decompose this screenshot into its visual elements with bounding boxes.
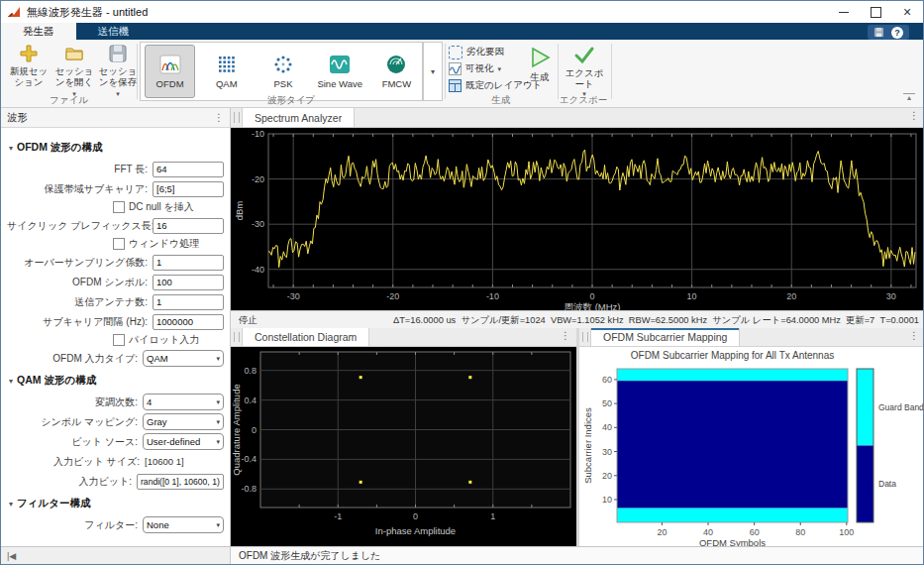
minimize-button[interactable] <box>828 1 860 23</box>
ofdm-input-type-select[interactable]: QAM▾ <box>143 350 224 367</box>
chevron-down-icon: ▾ <box>498 66 502 72</box>
new-session-button[interactable]: 新規セッション <box>7 44 51 87</box>
bit-source-select[interactable]: User-defined▾ <box>143 433 224 450</box>
input-bit-size-label: 入力ビット サイズ: <box>7 455 145 469</box>
windowing-checkbox[interactable] <box>113 238 125 250</box>
tx-antennas-input[interactable] <box>153 294 224 310</box>
svg-text:-10: -10 <box>486 291 499 301</box>
waveform-type-label: PSK <box>274 78 293 89</box>
modulation-order-select[interactable]: 4▾ <box>143 394 224 410</box>
svg-text:80: 80 <box>795 527 805 537</box>
filter-label: フィルター: <box>7 518 143 532</box>
form-row-subcarrier-spacing: サブキャリア間隔 (Hz): <box>7 313 224 330</box>
pilot-input-checkbox[interactable] <box>113 334 125 346</box>
panel-menu-icon[interactable]: ⋮ <box>909 108 924 127</box>
quick-save-icon[interactable] <box>873 27 884 38</box>
section-header[interactable]: ▾フィルター構成 <box>9 497 224 510</box>
svg-text:Guard Band: Guard Band <box>878 402 924 412</box>
spectrum-plot-area: -30-20-100102030-10-20-30-40dBm周波数 (MHz) <box>231 128 924 310</box>
generate-button[interactable]: 生成 <box>523 46 557 82</box>
subcarrier-spacing-input[interactable] <box>153 314 224 330</box>
panel-drag-handle[interactable] <box>582 332 588 342</box>
fft-length-input[interactable] <box>153 162 224 177</box>
constellation-plot-area: -1010.80.40-0.4-0.8Quadrature AmplitudeI… <box>231 347 576 547</box>
svg-text:-1: -1 <box>334 511 342 521</box>
form-row-pilot-input: パイロット入力 <box>7 333 224 347</box>
form-row-filter: フィルター:None▾ <box>7 516 224 533</box>
form-row-insert-dc-null: DC null を挿入 <box>7 200 224 214</box>
section-header[interactable]: ▾QAM 波形の構成 <box>9 374 224 388</box>
insert-dc-null-checkbox[interactable] <box>113 201 125 213</box>
tab-ofdm-subcarrier-mapping[interactable]: OFDM Subcarrier Mapping <box>590 328 740 346</box>
tab-generator[interactable]: 発生器 <box>1 23 76 40</box>
svg-text:In-phase Amplitude: In-phase Amplitude <box>375 525 456 536</box>
checkmark-icon <box>573 46 595 65</box>
section-divider <box>445 44 446 99</box>
maximize-button[interactable] <box>860 1 891 23</box>
spectrum-status-bar: 停止 ΔT=16.0000 us サンプル/更新=1024 VBW=1.1052… <box>231 310 924 329</box>
filter-select[interactable]: None▾ <box>143 516 224 533</box>
collapse-ribbon-button[interactable]: ▴ <box>903 93 915 102</box>
panel-menu-icon[interactable]: ⋮ <box>909 328 924 346</box>
mapping-plot-area: OFDM Subcarrier Mapping for All Tx Anten… <box>579 347 924 547</box>
app-window: 無線波形発生器 - untitled × 発生器 送信機 ? 新規セッション <box>0 0 924 565</box>
waveform-form: ▾OFDM 波形の構成FFT 長:保護帯域サブキャリア:DC null を挿入サ… <box>1 128 230 533</box>
plus-icon <box>19 44 39 63</box>
help-icon[interactable]: ? <box>891 27 903 39</box>
oversampling-factor-input[interactable] <box>153 255 224 271</box>
titlebar: 無線波形発生器 - untitled × <box>1 1 923 23</box>
ofdm-symbols-input[interactable] <box>153 275 224 290</box>
svg-text:Subcarrier Indices: Subcarrier Indices <box>582 407 593 484</box>
chevron-down-icon: ▾ <box>216 398 220 406</box>
waveform-type-gallery: OFDMQAMPSKSine WaveFMCW <box>140 42 423 101</box>
input-bits-input[interactable] <box>137 474 224 490</box>
form-row-symbol-mapping: シンボル マッピング:Gray▾ <box>7 413 224 430</box>
waveform-type-label: FMCW <box>382 78 412 89</box>
form-row-windowing: ウィンドウ処理 <box>7 237 224 251</box>
qam-icon <box>216 54 238 75</box>
sine-wave-icon <box>329 54 351 75</box>
cyclic-prefix-length-input[interactable] <box>153 218 224 234</box>
collapse-triangle-icon: ▾ <box>9 144 13 153</box>
svg-text:OFDM Subcarrier Mapping for Al: OFDM Subcarrier Mapping for All Tx Anten… <box>631 350 834 361</box>
open-session-button[interactable]: セッションを開く ▾ <box>52 44 96 98</box>
waveform-type-qam[interactable]: QAM <box>201 45 252 98</box>
tab-transmitter[interactable]: 送信機 <box>76 23 152 40</box>
constellation-panel: Constellation Diagram ⋮ -1010.80.40-0.4-… <box>231 328 576 546</box>
panel-drag-handle[interactable] <box>234 112 240 123</box>
svg-text:-30: -30 <box>287 291 300 301</box>
tab-spectrum-analyzer[interactable]: Spectrum Analyzer <box>242 108 355 127</box>
panel-drag-handle[interactable] <box>234 332 240 342</box>
gallery-expand-button[interactable]: ▾ <box>423 42 443 101</box>
svg-text:0: 0 <box>413 511 418 521</box>
quick-access-toolbar: ? <box>868 25 909 40</box>
waveform-type-ofdm[interactable]: OFDM <box>145 45 195 98</box>
symbol-mapping-label: シンボル マッピング: <box>7 415 143 429</box>
impairments-button[interactable]: 劣化要因 <box>449 45 504 59</box>
spectrum-measurements: ΔT=16.0000 us サンプル/更新=1024 VBW=1.1052 kH… <box>393 314 924 327</box>
form-row-tx-antennas: 送信アンテナ数: <box>7 293 224 310</box>
chevron-down-icon: ▾ <box>216 438 220 446</box>
export-button[interactable]: エクスポート ▾ <box>562 46 607 97</box>
matlab-logo-icon <box>7 5 21 19</box>
section-header[interactable]: ▾OFDM 波形の構成 <box>9 141 224 155</box>
svg-text:-10: -10 <box>252 129 264 139</box>
close-button[interactable]: × <box>891 1 923 23</box>
collapse-left-panel-button[interactable]: |◀ <box>1 547 231 564</box>
waveform-type-sine-wave[interactable]: Sine Wave <box>315 45 365 98</box>
windowing-label: ウィンドウ処理 <box>129 237 224 251</box>
tab-constellation-diagram[interactable]: Constellation Diagram <box>242 328 369 346</box>
guard-band-subcarriers-input[interactable] <box>153 181 224 197</box>
waveform-type-fmcw[interactable]: FMCW <box>371 45 422 98</box>
svg-text:50: 50 <box>602 398 612 408</box>
panel-menu-icon[interactable]: ⋮ <box>561 328 576 346</box>
symbol-mapping-select[interactable]: Gray▾ <box>143 413 224 430</box>
visualization-button[interactable]: 可視化 ▾ <box>449 61 501 76</box>
svg-text:10: 10 <box>687 291 697 301</box>
section-divider <box>611 44 612 99</box>
save-session-button[interactable]: セッションを保存 ▾ <box>96 44 140 98</box>
waveform-type-psk[interactable]: PSK <box>257 45 308 98</box>
spectrum-analyzer-panel: Spectrum Analyzer ⋮ -30-20-100102030-10-… <box>231 108 924 328</box>
panel-menu-icon[interactable]: ⋮ <box>214 112 224 123</box>
waveform-settings-panel: 波形 ⋮ ▾OFDM 波形の構成FFT 長:保護帯域サブキャリア:DC null… <box>1 108 231 546</box>
